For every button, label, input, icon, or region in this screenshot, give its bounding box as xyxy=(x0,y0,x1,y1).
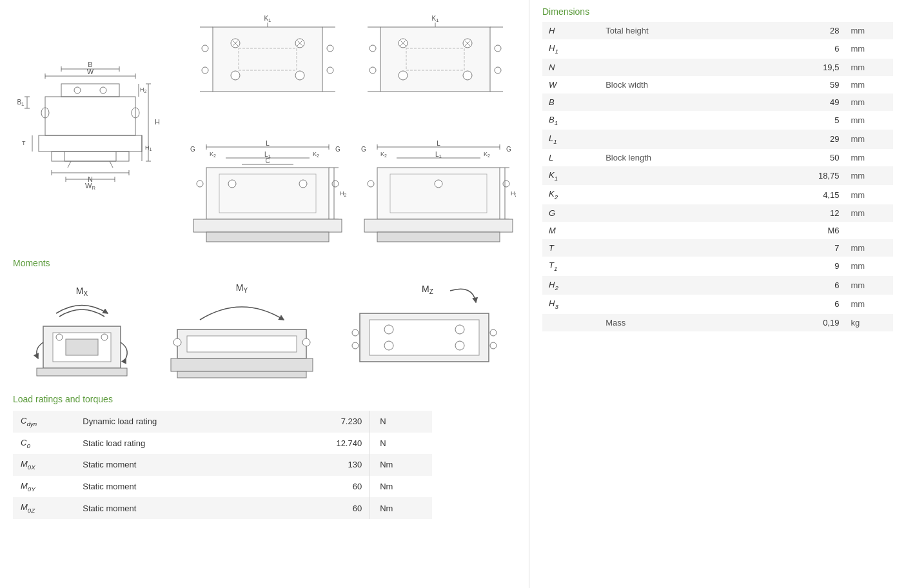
dim-table-row: L129mm xyxy=(542,130,893,149)
load-value: 60 xyxy=(292,497,369,519)
dim-label: Mass xyxy=(599,314,770,331)
dimensions-title: Dimensions xyxy=(542,6,893,17)
load-value: 60 xyxy=(292,476,369,498)
svg-text:G: G xyxy=(361,146,366,153)
svg-point-146 xyxy=(455,341,464,350)
svg-text:K1: K1 xyxy=(431,15,439,23)
svg-point-71 xyxy=(369,67,376,74)
svg-point-147 xyxy=(352,329,359,336)
dim-label xyxy=(599,239,770,257)
dim-symbol: T xyxy=(542,239,599,257)
load-unit: Nm xyxy=(370,497,432,519)
dim-table-row: WBlock width59mm xyxy=(542,76,893,93)
main-container: W B B1 H xyxy=(0,0,906,588)
svg-rect-2 xyxy=(39,135,142,152)
dim-value: M6 xyxy=(770,222,846,239)
svg-text:WR: WR xyxy=(85,182,95,191)
dim-symbol: B1 xyxy=(542,111,599,130)
dim-value: 49 xyxy=(770,93,846,111)
svg-text:L: L xyxy=(437,140,440,147)
dim-table-row: K118,75mm xyxy=(542,166,893,186)
svg-point-50 xyxy=(202,45,208,52)
dim-label xyxy=(599,166,770,186)
dim-value: 19,5 xyxy=(770,59,846,76)
svg-rect-3 xyxy=(52,152,129,161)
dimensions-table: HTotal height28mmH16mmN19,5mmWBlock widt… xyxy=(542,22,893,331)
dim-symbol: L xyxy=(542,149,599,166)
load-unit: Nm xyxy=(370,454,432,476)
dim-label xyxy=(599,257,770,276)
dim-unit: mm xyxy=(845,295,893,314)
svg-rect-137 xyxy=(177,371,306,378)
svg-point-63 xyxy=(399,71,408,80)
dim-value: 6 xyxy=(770,276,846,295)
svg-text:MY: MY xyxy=(236,282,248,294)
dim-unit: mm xyxy=(845,22,893,39)
dim-symbol: G xyxy=(542,204,599,222)
svg-text:MX: MX xyxy=(75,286,88,297)
load-label: Dynamic load rating xyxy=(75,411,292,433)
dim-symbol: H3 xyxy=(542,295,599,314)
load-value: 7.230 xyxy=(292,411,369,433)
my-diagram: MY xyxy=(168,278,316,381)
load-value: 130 xyxy=(292,454,369,476)
dim-table-row: T19mm xyxy=(542,257,893,276)
svg-point-5 xyxy=(100,87,106,93)
dim-label xyxy=(599,222,770,239)
dim-value: 12 xyxy=(770,204,846,222)
svg-text:G: G xyxy=(190,146,195,153)
svg-point-132 xyxy=(101,334,108,340)
svg-point-139 xyxy=(302,338,310,346)
load-symbol: Cdyn xyxy=(13,411,75,433)
svg-point-64 xyxy=(463,71,472,80)
dim-value: 4,15 xyxy=(770,185,846,204)
svg-rect-60 xyxy=(380,27,490,92)
dim-unit: mm xyxy=(845,239,893,257)
dim-value: 9 xyxy=(770,257,846,276)
dim-unit: mm xyxy=(845,276,893,295)
dim-value: 50 xyxy=(770,149,846,166)
left-panel: W B B1 H xyxy=(0,0,529,588)
svg-text:B1: B1 xyxy=(17,99,25,107)
svg-point-4 xyxy=(74,87,81,93)
moments-title: Moments xyxy=(13,258,516,268)
dim-unit: mm xyxy=(845,166,893,186)
svg-text:C: C xyxy=(265,157,270,164)
dim-label xyxy=(599,93,770,111)
dim-symbol: N xyxy=(542,59,599,76)
dim-symbol: T1 xyxy=(542,257,599,276)
dim-label xyxy=(599,185,770,204)
dim-symbol: H xyxy=(542,22,599,39)
svg-point-72 xyxy=(495,45,501,52)
svg-text:G: G xyxy=(335,146,340,153)
svg-point-96 xyxy=(332,181,339,187)
svg-rect-142 xyxy=(369,320,479,355)
dim-label xyxy=(599,39,770,59)
dim-table-row: T7mm xyxy=(542,239,893,257)
svg-text:EGW/QEW-SC: EGW/QEW-SC xyxy=(417,244,460,245)
main-view-diagram: K1 xyxy=(181,6,516,245)
load-ratings-table: CdynDynamic load rating7.230NC0Static lo… xyxy=(13,411,432,519)
moments-section: Moments xyxy=(13,258,516,381)
svg-point-148 xyxy=(490,329,497,336)
mx-diagram: MX xyxy=(30,278,133,381)
load-ratings-section: Load ratings and torques CdynDynamic loa… xyxy=(13,394,516,519)
diagrams-area: W B B1 H xyxy=(13,6,516,251)
dim-table-row: MM6 xyxy=(542,222,893,239)
svg-text:H1: H1 xyxy=(145,144,152,152)
dim-label xyxy=(599,111,770,130)
svg-point-73 xyxy=(495,67,501,74)
load-table-row: M0ZStatic moment60Nm xyxy=(13,497,432,519)
svg-text:K1: K1 xyxy=(264,15,271,23)
svg-text:K2: K2 xyxy=(210,151,216,158)
svg-rect-40 xyxy=(213,27,322,92)
svg-rect-135 xyxy=(187,336,297,352)
load-value: 12.740 xyxy=(292,433,369,455)
svg-point-95 xyxy=(197,181,203,187)
load-symbol: M0Y xyxy=(13,476,75,498)
dim-label xyxy=(599,276,770,295)
svg-text:EGW/QEW-CC: EGW/QEW-CC xyxy=(246,244,290,245)
load-label: Static moment xyxy=(75,454,292,476)
svg-point-94 xyxy=(299,180,307,188)
svg-rect-101 xyxy=(193,219,342,232)
